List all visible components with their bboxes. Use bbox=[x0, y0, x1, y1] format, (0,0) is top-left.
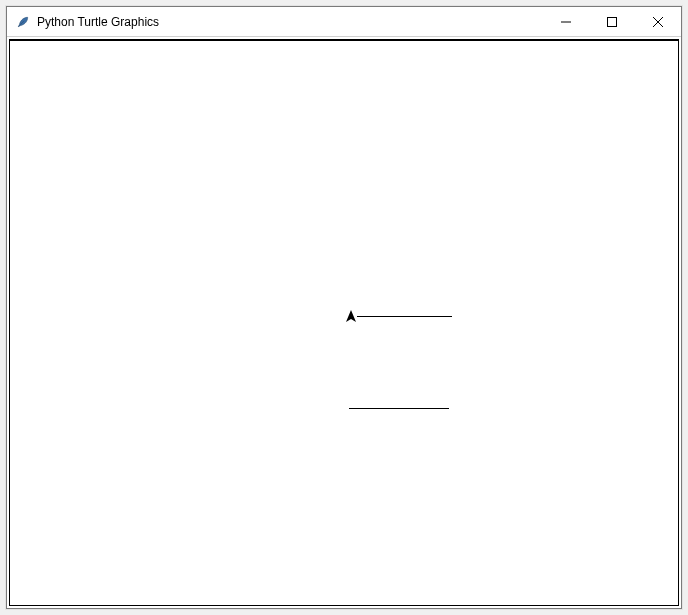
application-window: Python Turtle Graphics bbox=[6, 6, 682, 609]
svg-marker-5 bbox=[346, 310, 356, 322]
canvas-frame bbox=[9, 39, 679, 606]
titlebar[interactable]: Python Turtle Graphics bbox=[7, 7, 681, 37]
window-title: Python Turtle Graphics bbox=[37, 15, 159, 29]
drawn-line bbox=[357, 316, 452, 317]
minimize-button[interactable] bbox=[543, 7, 589, 36]
svg-rect-2 bbox=[608, 17, 617, 26]
drawn-line bbox=[349, 408, 449, 409]
maximize-button[interactable] bbox=[589, 7, 635, 36]
close-button[interactable] bbox=[635, 7, 681, 36]
window-controls bbox=[543, 7, 681, 36]
feather-icon bbox=[15, 14, 31, 30]
turtle-canvas bbox=[10, 41, 678, 605]
